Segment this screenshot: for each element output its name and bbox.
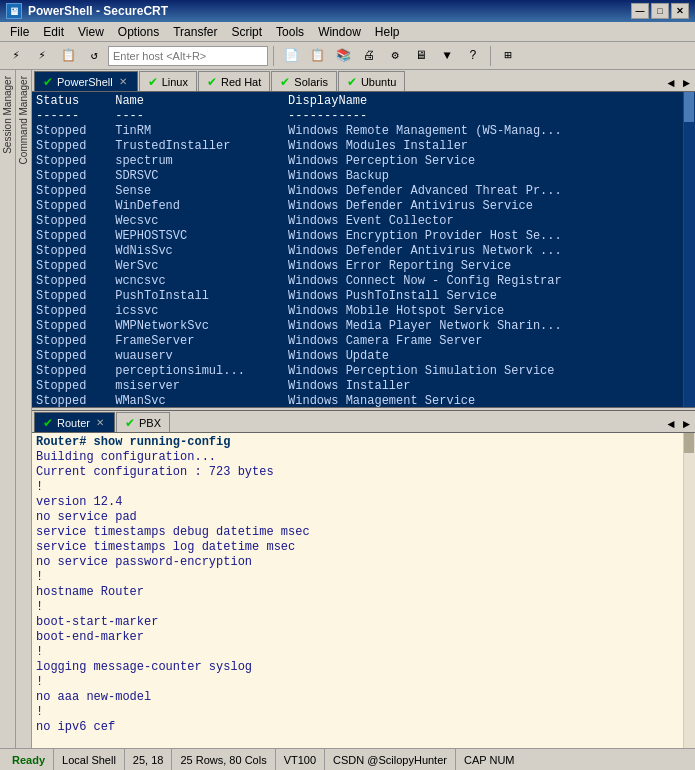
app-icon: 🖥 [6,3,22,19]
tab-check-icon: ✔ [43,75,53,89]
lower-terminal-line: ! [36,705,691,720]
toolbar-copy-btn[interactable]: 📄 [279,45,303,67]
table-row: Stopped TinRM Windows Remote Management … [36,124,691,139]
lower-terminal-line: ! [36,480,691,495]
tab-linux-check: ✔ [148,75,158,89]
menu-tools[interactable]: Tools [270,24,310,40]
status-rowscols-segment: 25 Rows, 80 Cols [172,749,275,770]
lower-tab-scroll-left[interactable]: ◄ [665,418,678,432]
status-localshell-segment: Local Shell [54,749,125,770]
lower-terminal-line: service timestamps log datetime msec [36,540,691,555]
table-row: Stopped FrameServer Windows Camera Frame… [36,334,691,349]
table-row: Stopped WdNisSvc Windows Defender Antivi… [36,244,691,259]
lower-terminal[interactable]: Router# show running-config Building con… [32,433,695,748]
tab-router[interactable]: ✔ Router ✕ [34,412,115,432]
lower-terminal-line: no aaa new-model [36,690,691,705]
lower-terminal-line: service timestamps debug datetime msec [36,525,691,540]
status-ready-segment: Ready [4,749,54,770]
lower-terminal-line: ! [36,675,691,690]
tab-nav: ◄ ► [665,77,693,91]
lower-terminal-line: Current configuration : 723 bytes [36,465,691,480]
menu-bar: File Edit View Options Transfer Script T… [0,22,695,42]
lower-tab-scroll-right[interactable]: ► [680,418,693,432]
lower-terminal-line: Router# show running-config [36,435,691,450]
toolbar-settings-btn[interactable]: ⚙ [383,45,407,67]
toolbar-help-btn[interactable]: ? [461,45,485,67]
command-manager-panel[interactable]: Command Manager [16,70,32,748]
toolbar-filter-btn[interactable]: ▼ [435,45,459,67]
tab-pbx-check: ✔ [125,416,135,430]
status-bar: Ready Local Shell 25, 18 25 Rows, 80 Col… [0,748,695,770]
table-row: Stopped Sense Windows Defender Advanced … [36,184,691,199]
table-row: Stopped SDRSVC Windows Backup [36,169,691,184]
tab-linux[interactable]: ✔ Linux [139,71,197,91]
menu-script[interactable]: Script [225,24,268,40]
status-csdn-label: CSDN @ScilopyHunter [333,754,447,766]
tab-router-close[interactable]: ✕ [94,417,106,428]
upper-terminal[interactable]: Status Name DisplayName ------ ---- ----… [32,92,695,407]
status-position-label: 25, 18 [133,754,164,766]
lower-terminal-line: no service password-encryption [36,555,691,570]
upper-scrollbar-thumb[interactable] [684,92,694,122]
lower-terminal-line: boot-end-marker [36,630,691,645]
status-capnum-label: CAP NUM [464,754,515,766]
minimize-button[interactable]: — [631,3,649,19]
toolbar-paste-btn[interactable]: 📋 [305,45,329,67]
command-manager-label[interactable]: Command Manager [18,76,29,164]
tab-pbx[interactable]: ✔ PBX [116,412,170,432]
close-button[interactable]: ✕ [671,3,689,19]
toolbar-book-btn[interactable]: 📚 [331,45,355,67]
status-position-segment: 25, 18 [125,749,173,770]
menu-options[interactable]: Options [112,24,165,40]
lower-scrollbar-thumb[interactable] [684,433,694,453]
title-bar: 🖥 PowerShell - SecureCRT — □ ✕ [0,0,695,22]
tab-redhat[interactable]: ✔ Red Hat [198,71,270,91]
menu-transfer[interactable]: Transfer [167,24,223,40]
tab-powershell[interactable]: ✔ PowerShell ✕ [34,71,138,91]
lower-terminal-line: boot-start-marker [36,615,691,630]
menu-help[interactable]: Help [369,24,406,40]
menu-view[interactable]: View [72,24,110,40]
toolbar-print-btn[interactable]: 🖨 [357,45,381,67]
maximize-button[interactable]: □ [651,3,669,19]
tab-ubuntu[interactable]: ✔ Ubuntu [338,71,405,91]
table-row: Stopped PushToInstall Windows PushToInst… [36,289,691,304]
toolbar-connect-btn[interactable]: ⚡ [4,45,28,67]
table-row: Stopped wuauserv Windows Update [36,349,691,364]
toolbar-new-btn[interactable]: 📋 [56,45,80,67]
lower-terminal-line: logging message-counter syslog [36,660,691,675]
toolbar-refresh-btn[interactable]: ↺ [82,45,106,67]
terminal-divider: ------ ---- ----------- [36,109,691,124]
toolbar: ⚡ ⚡ 📋 ↺ 📄 📋 📚 🖨 ⚙ 🖥 ▼ ? ⊞ [0,42,695,70]
tab-router-check: ✔ [43,416,53,430]
tab-router-label: Router [57,417,90,429]
lower-scrollbar[interactable] [683,433,695,748]
lower-terminal-line: ! [36,645,691,660]
status-csdn-segment: CSDN @ScilopyHunter [325,749,456,770]
lower-tab-bar: ✔ Router ✕ ✔ PBX ◄ ► [32,411,695,433]
toolbar-monitor-btn[interactable]: 🖥 [409,45,433,67]
session-manager-panel[interactable]: Session Manager [0,70,16,748]
session-manager-label[interactable]: Session Manager [2,76,13,154]
tab-pbx-label: PBX [139,417,161,429]
address-input[interactable] [108,46,268,66]
upper-scrollbar[interactable] [683,92,695,407]
tab-solaris[interactable]: ✔ Solaris [271,71,337,91]
toolbar-extra-btn[interactable]: ⊞ [496,45,520,67]
table-row: Stopped WinDefend Windows Defender Antiv… [36,199,691,214]
menu-file[interactable]: File [4,24,35,40]
tab-scroll-left[interactable]: ◄ [665,77,678,91]
lower-terminal-line: ! [36,570,691,585]
tab-scroll-right[interactable]: ► [680,77,693,91]
tab-powershell-close[interactable]: ✕ [117,76,129,87]
menu-window[interactable]: Window [312,24,367,40]
lower-terminal-line: Building configuration... [36,450,691,465]
lower-terminal-line: ! [36,600,691,615]
table-row: Stopped TrustedInstaller Windows Modules… [36,139,691,154]
table-row: Stopped WMPNetworkSvc Windows Media Play… [36,319,691,334]
status-vt100-segment: VT100 [276,749,325,770]
table-row: Stopped spectrum Windows Perception Serv… [36,154,691,169]
tab-powershell-label: PowerShell [57,76,113,88]
toolbar-btn2[interactable]: ⚡ [30,45,54,67]
menu-edit[interactable]: Edit [37,24,70,40]
